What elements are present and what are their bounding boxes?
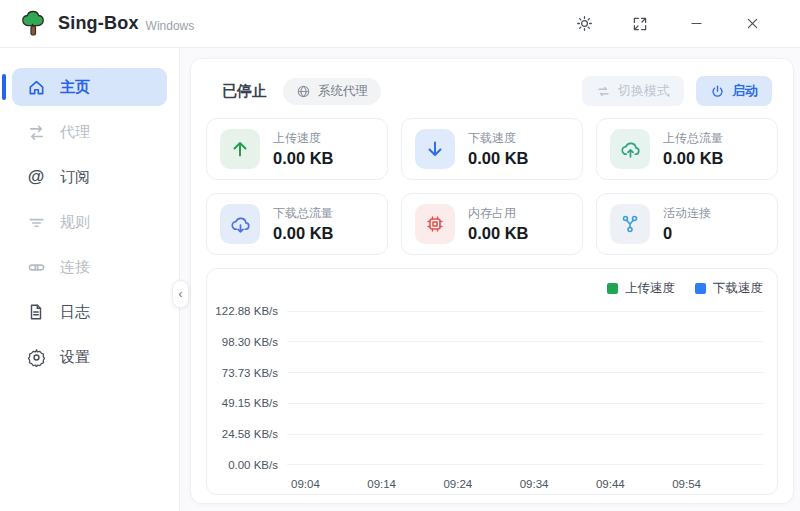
switch-mode-swap-icon [596, 84, 611, 99]
subscription-at-icon: @ [26, 167, 46, 187]
close-icon[interactable] [742, 14, 762, 34]
x-axis: 09:04 09:14 09:24 09:34 09:44 09:54 [291, 478, 701, 490]
stat-value: 0.00 KB [273, 224, 334, 243]
start-button[interactable]: 启动 [696, 76, 772, 106]
x-axis-tick: 09:04 [291, 478, 320, 490]
y-axis-tick: 49.15 KB/s [215, 397, 287, 409]
sidebar-item-subscription[interactable]: @ 订阅 [12, 158, 167, 196]
power-icon [710, 84, 725, 99]
sidebar-item-connections[interactable]: 连接 [12, 248, 167, 286]
sidebar-item-label: 主页 [60, 78, 90, 97]
switch-mode-button[interactable]: 切换模式 [582, 76, 684, 106]
stat-value: 0.00 KB [468, 224, 529, 243]
globe-icon [296, 84, 311, 99]
card-active-connections: 活动连接 0 [596, 193, 778, 255]
memory-chip-icon [415, 204, 455, 244]
app-subtitle: Windows [146, 14, 195, 33]
sidebar-item-label: 设置 [60, 348, 90, 367]
sidebar-item-logs[interactable]: 日志 [12, 293, 167, 331]
stat-value: 0.00 KB [663, 149, 724, 168]
minimize-icon[interactable] [686, 14, 706, 34]
sidebar-item-rules[interactable]: 规则 [12, 203, 167, 241]
x-axis-tick: 09:34 [520, 478, 549, 490]
sidebar-item-label: 日志 [60, 303, 90, 322]
settings-gear-icon [26, 347, 46, 367]
stat-value: 0 [663, 224, 711, 243]
y-axis-tick: 122.88 KB/s [215, 305, 287, 317]
stat-label: 下载总流量 [273, 205, 334, 222]
stat-value: 0.00 KB [468, 149, 529, 168]
logs-document-icon [26, 302, 46, 322]
y-axis-tick: 98.30 KB/s [215, 336, 287, 348]
legend-upload-swatch [607, 283, 618, 294]
legend-download-swatch [695, 283, 706, 294]
y-axis-tick: 73.73 KB/s [215, 367, 287, 379]
card-upload-speed: 上传速度 0.00 KB [206, 118, 388, 180]
sidebar-item-label: 连接 [60, 258, 90, 277]
stat-label: 活动连接 [663, 205, 711, 222]
x-axis-tick: 09:24 [443, 478, 472, 490]
sidebar-item-settings[interactable]: 设置 [12, 338, 167, 376]
start-label: 启动 [732, 82, 758, 100]
sidebar-item-proxy[interactable]: 代理 [12, 113, 167, 151]
stat-label: 上传总流量 [663, 130, 724, 147]
system-proxy-badge[interactable]: 系统代理 [283, 78, 381, 105]
gridline [287, 434, 763, 435]
sidebar-item-label: 规则 [60, 213, 90, 232]
download-arrow-icon [415, 129, 455, 169]
legend-download: 下载速度 [695, 280, 763, 297]
sidebar-collapse-chevron[interactable]: ‹ [172, 280, 189, 308]
status-row: 已停止 系统代理 切换模式 启动 [210, 74, 774, 108]
title-bar: Sing-Box Windows [0, 0, 800, 48]
connections-link-icon [26, 257, 46, 277]
stat-value: 0.00 KB [273, 149, 334, 168]
action-group: 切换模式 启动 [582, 76, 772, 106]
sidebar-item-label: 代理 [60, 123, 90, 142]
cloud-upload-icon [610, 129, 650, 169]
x-axis-tick: 09:54 [672, 478, 701, 490]
x-axis-tick: 09:14 [367, 478, 396, 490]
traffic-chart: 上传速度 下载速度 122.88 KB/s 98.30 KB/s 73.73 K… [206, 268, 778, 495]
system-proxy-label: 系统代理 [318, 83, 368, 100]
stat-label: 上传速度 [273, 130, 334, 147]
legend-upload: 上传速度 [607, 280, 675, 297]
status-label: 已停止 [222, 82, 267, 101]
switch-mode-label: 切换模式 [618, 82, 670, 100]
app-title: Sing-Box [58, 13, 139, 34]
app-logo-tree-icon [20, 10, 46, 38]
gridline [287, 341, 763, 342]
card-upload-total: 上传总流量 0.00 KB [596, 118, 778, 180]
theme-toggle-sun-icon[interactable] [574, 14, 594, 34]
proxy-swap-icon [26, 122, 46, 142]
connections-branch-icon [610, 204, 650, 244]
cloud-download-icon [220, 204, 260, 244]
gridline [287, 403, 763, 404]
stat-label: 下载速度 [468, 130, 529, 147]
legend-download-label: 下载速度 [713, 280, 763, 297]
card-download-speed: 下载速度 0.00 KB [401, 118, 583, 180]
card-download-total: 下载总流量 0.00 KB [206, 193, 388, 255]
home-icon [26, 77, 46, 97]
chart-legend: 上传速度 下载速度 [215, 279, 763, 297]
rules-filter-icon [26, 212, 46, 232]
stats-grid: 上传速度 0.00 KB 下载速度 0.00 KB 上传总流量 0 [206, 118, 778, 255]
gridline [287, 372, 763, 373]
titlebar-controls [574, 14, 780, 34]
upload-arrow-icon [220, 129, 260, 169]
y-axis-tick: 0.00 KB/s [215, 459, 287, 471]
chart-plot-area: 122.88 KB/s 98.30 KB/s 73.73 KB/s 49.15 … [215, 305, 763, 471]
main-panel: 已停止 系统代理 切换模式 启动 [190, 58, 794, 504]
gridline [287, 311, 763, 312]
sidebar-item-home[interactable]: 主页 [12, 68, 167, 106]
sidebar: 主页 代理 @ 订阅 规则 连接 [0, 48, 180, 511]
legend-upload-label: 上传速度 [625, 280, 675, 297]
y-axis-tick: 24.58 KB/s [215, 428, 287, 440]
card-memory-usage: 内存占用 0.00 KB [401, 193, 583, 255]
gridline [287, 464, 763, 465]
stat-label: 内存占用 [468, 205, 529, 222]
sidebar-item-label: 订阅 [60, 168, 90, 187]
fullscreen-icon[interactable] [630, 14, 650, 34]
x-axis-tick: 09:44 [596, 478, 625, 490]
